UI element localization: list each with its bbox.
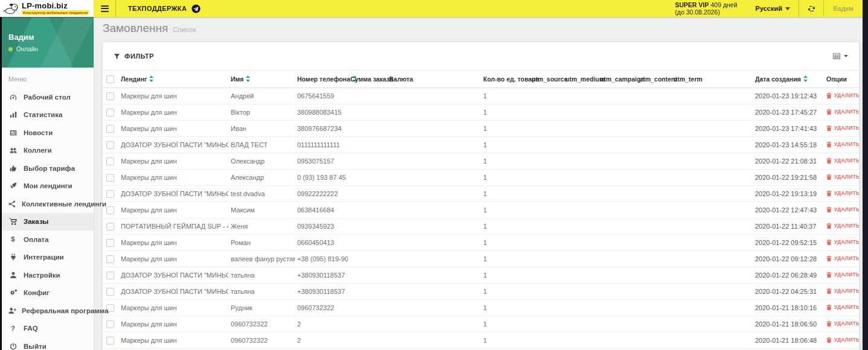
cell-landing: Маркеры для шин <box>118 316 228 332</box>
cell-name: Андрей <box>228 88 295 104</box>
column-header-name[interactable]: Имя <box>228 71 295 88</box>
sidebar-item-colleagues[interactable]: Коллеги <box>0 142 94 160</box>
sidebar-item-collective-landings[interactable]: Коллективные лендинги <box>0 195 94 213</box>
select-all-checkbox[interactable] <box>106 75 114 83</box>
topbar-username[interactable]: Вадим <box>824 0 863 17</box>
cell-landing: Маркеры для шин <box>118 250 228 267</box>
cell-date: 2020-01-22 09:12:28 <box>753 250 824 267</box>
cell-phone: 380988083415 <box>295 104 348 120</box>
cell-qty: 1 <box>481 153 529 169</box>
table-row: ДОЗАТОР ЗУБНОЇ ПАСТИ "МИНЬОН"test dvadva… <box>103 185 859 202</box>
window-left-edge <box>0 17 2 350</box>
delete-button[interactable]: УДАЛИТЬ <box>826 141 859 147</box>
delete-button[interactable]: УДАЛИТЬ <box>826 206 859 212</box>
row-checkbox[interactable] <box>106 141 114 149</box>
sidebar-item-referral[interactable]: Реферальная программа <box>0 302 94 320</box>
cell-qty: 1 <box>481 332 529 348</box>
cell-phone: 0638416684 <box>295 202 348 218</box>
hamburger-icon[interactable] <box>94 0 115 17</box>
row-checkbox[interactable] <box>106 158 114 165</box>
cell-options: УДАЛИТЬ <box>824 234 859 250</box>
column-header-date[interactable]: Дата создания <box>753 71 824 88</box>
row-checkbox[interactable] <box>106 92 114 100</box>
cell-sum <box>348 218 387 234</box>
column-visibility-button[interactable] <box>832 52 848 60</box>
delete-button[interactable]: УДАЛИТЬ <box>826 125 859 131</box>
breadcrumb: Замовлення Список <box>103 22 859 36</box>
online-status: Онлайн <box>16 46 38 52</box>
row-checkbox[interactable] <box>106 320 114 328</box>
cell-sum <box>348 267 387 283</box>
language-selector[interactable]: Русский <box>747 0 799 17</box>
cell-date: 2020-01-22 11:40:37 <box>753 218 824 234</box>
sidebar-item-news[interactable]: Новости <box>0 124 94 142</box>
column-header-currency: Валюта <box>387 71 481 88</box>
table-row: Маркеры для шинОлександр095307515712020-… <box>103 153 859 169</box>
trash-icon <box>826 174 832 180</box>
user-icon <box>8 271 18 279</box>
support-link[interactable]: ТЕХПОДДЕРЖКА <box>116 0 213 17</box>
cell-utm_term <box>671 88 753 104</box>
cell-qty: 1 <box>481 169 529 185</box>
scrollbar[interactable] <box>863 0 868 350</box>
row-checkbox[interactable] <box>106 190 114 198</box>
row-checkbox[interactable] <box>106 337 114 345</box>
row-checkbox[interactable] <box>106 109 114 116</box>
cell-landing: ДОЗАТОР ЗУБНОЇ ПАСТИ "МИНЬОН" <box>118 267 228 283</box>
cell-landing: ДОЗАТОР ЗУБНОЇ ПАСТИ "МИНЬОН" <box>118 283 228 299</box>
delete-button[interactable]: УДАЛИТЬ <box>826 158 859 164</box>
sidebar-item-desktop[interactable]: Рабочий стол <box>0 88 94 106</box>
row-checkbox[interactable] <box>106 255 114 263</box>
delete-button[interactable]: УДАЛИТЬ <box>826 239 859 245</box>
sidebar-item-my-landings[interactable]: Мои лендинги <box>0 177 94 196</box>
cell-options: УДАЛИТЬ <box>824 218 859 234</box>
row-checkbox[interactable] <box>106 206 114 214</box>
cell-name: Роман <box>228 234 295 250</box>
delete-button[interactable]: УДАЛИТЬ <box>826 92 859 98</box>
row-checkbox[interactable] <box>106 272 114 279</box>
column-header-phone[interactable]: Номер телефона <box>295 71 348 88</box>
delete-button[interactable]: УДАЛИТЬ <box>826 320 859 326</box>
cell-utm_source <box>529 202 563 218</box>
sidebar-item-config[interactable]: Конфиг <box>0 284 94 302</box>
table-row: ДОЗАТОР ЗУБНОЇ ПАСТИ "МИНЬОН"ВЛАД ТЕСТ01… <box>103 136 859 153</box>
cell-currency <box>387 250 481 267</box>
delete-button[interactable]: УДАЛИТЬ <box>826 223 859 229</box>
cell-utm_term <box>671 104 753 120</box>
sidebar-item-orders[interactable]: Заказы <box>0 213 94 231</box>
sidebar-item-settings[interactable]: Настройки <box>0 266 94 284</box>
plan-days: 409 дней <box>710 1 737 8</box>
brand-logo[interactable]: LP-mobi.biz Конструктор мобильных лендин… <box>0 0 94 17</box>
delete-button[interactable]: УДАЛИТЬ <box>826 272 859 278</box>
delete-button[interactable]: УДАЛИТЬ <box>826 190 859 196</box>
row-checkbox[interactable] <box>106 174 114 182</box>
delete-button[interactable]: УДАЛИТЬ <box>826 304 859 310</box>
cell-utm_term <box>671 153 753 169</box>
refresh-button[interactable] <box>799 0 823 17</box>
sidebar-item-integrations[interactable]: Интеграции <box>0 249 94 267</box>
delete-button[interactable]: УДАЛИТЬ <box>826 109 859 115</box>
row-checkbox[interactable] <box>106 239 114 247</box>
trash-icon <box>826 158 832 164</box>
cell-utm_content <box>637 185 671 202</box>
cell-utm_medium <box>563 104 597 120</box>
sidebar-item-statistics[interactable]: Статистика <box>0 106 94 124</box>
cell-utm_medium <box>563 250 597 267</box>
sidebar-item-tariff[interactable]: Выбор тарифа <box>0 159 94 177</box>
cell-currency <box>387 136 481 153</box>
row-checkbox[interactable] <box>106 223 114 231</box>
cell-date: 2020-01-22 04:25:31 <box>753 283 824 299</box>
column-header-landing[interactable]: Лендинг <box>118 71 228 88</box>
filter-button[interactable]: ФИЛЬТР <box>114 52 154 60</box>
cell-utm_campaign <box>597 88 637 104</box>
row-checkbox[interactable] <box>106 288 114 296</box>
delete-button[interactable]: УДАЛИТЬ <box>826 337 859 343</box>
delete-button[interactable]: УДАЛИТЬ <box>826 255 859 261</box>
row-checkbox[interactable] <box>106 125 114 133</box>
delete-button[interactable]: УДАЛИТЬ <box>826 288 859 294</box>
cell-options: УДАЛИТЬ <box>824 136 859 153</box>
delete-button[interactable]: УДАЛИТЬ <box>826 174 859 180</box>
sidebar-item-payment[interactable]: $ Оплата <box>0 231 94 249</box>
sidebar-item-faq[interactable]: ? FAQ <box>0 320 94 338</box>
sidebar-item-logout[interactable]: Выйти <box>0 337 94 350</box>
